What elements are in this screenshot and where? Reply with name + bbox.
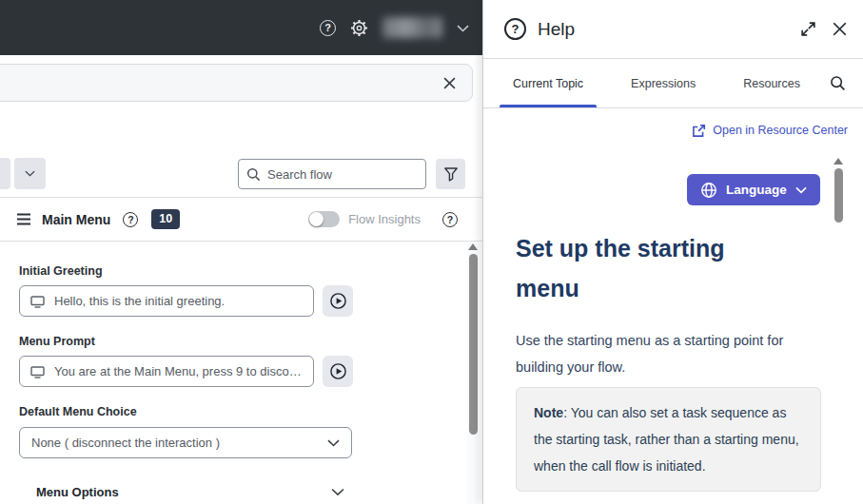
menu-header-row: Main Menu ? 10 Flow Insights ?: [0, 198, 482, 241]
language-button[interactable]: Language: [687, 174, 820, 205]
external-link-icon: [692, 124, 706, 138]
menu-prompt-value: You are at the Main Menu, press 9 to dis…: [54, 364, 304, 378]
help-panel-title: Help: [538, 19, 575, 40]
help-icon[interactable]: ?: [320, 20, 336, 36]
close-panel-icon[interactable]: [833, 22, 847, 36]
help-article: Language Set up the starting menu Use th…: [483, 152, 863, 504]
menu-prompt-field[interactable]: You are at the Main Menu, press 9 to dis…: [19, 356, 314, 387]
menu-drag-handle-icon[interactable]: [16, 213, 31, 225]
menu-options-section[interactable]: Menu Options: [19, 480, 352, 503]
flow-search-box: [238, 159, 426, 189]
filter-button[interactable]: [436, 159, 465, 189]
play-circle-icon: [329, 362, 347, 380]
tab-expressions[interactable]: Expressions: [618, 59, 709, 107]
note-text: : You can also set a task sequence as th…: [534, 405, 799, 474]
note-label: Note: [534, 405, 563, 420]
notification-banner: [0, 64, 473, 102]
gear-icon[interactable]: [350, 19, 368, 37]
play-circle-icon: [329, 292, 347, 310]
initial-greeting-field[interactable]: Hello, this is the initial greeting.: [19, 285, 314, 317]
default-menu-choice-value: None ( disconnect the interaction ): [31, 436, 220, 450]
chevron-down-icon: [795, 186, 807, 194]
tts-monitor-icon: [29, 364, 46, 379]
tab-current-topic[interactable]: Current Topic: [500, 59, 597, 107]
menu-prompt-label: Menu Prompt: [19, 335, 95, 348]
help-scrollbar[interactable]: [833, 158, 844, 272]
play-greeting-button[interactable]: [323, 285, 353, 317]
help-panel: ? Help Current Topic Expressions: [482, 0, 863, 504]
menu-help-icon[interactable]: ?: [123, 212, 138, 227]
search-icon: [246, 167, 261, 182]
architect-app: ?: [0, 0, 863, 504]
scrollbar-thumb[interactable]: [834, 168, 843, 223]
banner-close-icon[interactable]: [443, 77, 456, 89]
scroll-up-arrow[interactable]: [468, 243, 478, 250]
expand-panel-icon[interactable]: [800, 21, 816, 37]
help-tabs: Current Topic Expressions Resources: [483, 59, 863, 108]
flow-insights-help-icon[interactable]: ?: [442, 212, 458, 227]
chevron-down-icon: [327, 439, 340, 447]
top-navigation-bar: ?: [0, 0, 482, 55]
scroll-up-arrow[interactable]: [834, 158, 843, 165]
initial-greeting-value: Hello, this is the initial greeting.: [54, 294, 225, 308]
note-box: Note: You can also set a task sequence a…: [516, 387, 821, 492]
help-search-icon[interactable]: [830, 59, 846, 107]
chevron-down-icon[interactable]: [457, 19, 469, 36]
flow-insights-label: Flow Insights: [348, 212, 421, 226]
initial-greeting-label: Initial Greeting: [19, 264, 103, 278]
chevron-down-icon: [331, 488, 344, 496]
flow-insights-toggle[interactable]: [308, 211, 340, 227]
play-menu-prompt-button[interactable]: [323, 356, 353, 387]
help-icon: ?: [504, 18, 526, 40]
help-header: ? Help: [483, 0, 863, 59]
menu-count-badge: 10: [151, 209, 180, 229]
menu-options-label: Menu Options: [36, 485, 119, 499]
tts-monitor-icon: [29, 294, 46, 309]
scrollbar-thumb[interactable]: [469, 254, 478, 435]
resource-center-row: Open in Resource Center: [483, 108, 863, 152]
menu-title: Main Menu: [42, 212, 110, 227]
toolbar-button-partial[interactable]: [0, 158, 10, 189]
menu-settings-form: Initial Greeting Hello, this is the init…: [0, 242, 482, 504]
flow-editor-pane: ?: [0, 0, 482, 504]
flow-toolbar: [0, 155, 482, 193]
funnel-icon: [443, 166, 459, 182]
toolbar-dropdown-button[interactable]: [14, 158, 46, 189]
default-menu-choice-label: Default Menu Choice: [19, 405, 137, 418]
article-heading: Set up the starting menu: [516, 228, 787, 308]
article-intro: Use the starting menu as a starting poin…: [516, 327, 808, 380]
default-menu-choice-select[interactable]: None ( disconnect the interaction ): [19, 427, 352, 458]
globe-icon: [700, 182, 717, 199]
flow-panel-scrollbar[interactable]: [467, 243, 479, 504]
open-resource-center-link[interactable]: Open in Resource Center: [692, 124, 848, 138]
tab-resources[interactable]: Resources: [730, 59, 814, 107]
search-input[interactable]: [267, 167, 418, 182]
user-menu[interactable]: [382, 17, 442, 38]
